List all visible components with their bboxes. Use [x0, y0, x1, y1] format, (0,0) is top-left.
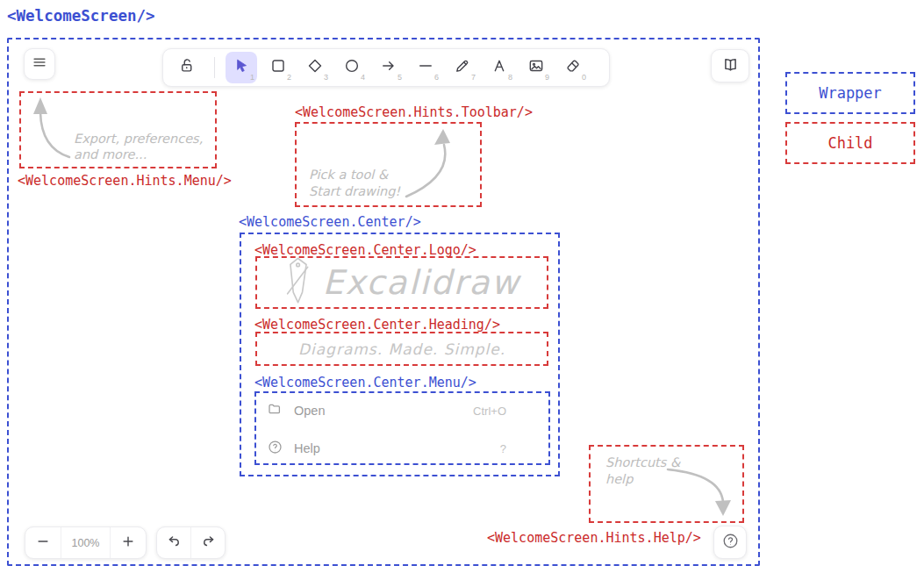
center-heading-label: <WelcomeScreen.Center.Heading/> [254, 317, 500, 333]
minus-icon [35, 533, 51, 553]
tool-shortcut-number: 6 [434, 74, 439, 82]
tool-shortcut-number: 8 [508, 74, 512, 82]
library-button[interactable] [711, 49, 749, 82]
tool-text[interactable]: 8 [483, 52, 515, 83]
center-heading: Diagrams. Made. Simple. [255, 332, 548, 366]
menu-item-help[interactable]: Help ? [267, 437, 548, 460]
hints-toolbar-label: <WelcomeScreen.Hints.Toolbar/> [295, 104, 533, 120]
center-logo: Excalidraw [255, 256, 548, 309]
legend-wrapper-label: Wrapper [819, 84, 882, 102]
redo-button[interactable] [190, 527, 225, 558]
menu-item-label: Help [294, 441, 320, 455]
tool-line[interactable]: 6 [410, 52, 441, 83]
text-icon [491, 57, 508, 78]
tool-eraser[interactable]: 0 [557, 52, 589, 83]
welcome-screen-label: <WelcomeScreen/> [7, 7, 155, 25]
plus-icon [120, 533, 136, 553]
zoom-level[interactable]: 100% [61, 527, 111, 558]
tool-shortcut-number: 1 [250, 74, 254, 82]
eraser-icon [564, 57, 582, 78]
tool-shortcut-number: 0 [582, 74, 586, 82]
help-hint-text: Shortcuts & help [605, 455, 680, 488]
ellipse-icon [343, 57, 361, 78]
undo-icon [166, 533, 183, 553]
legend-child-label: Child [827, 134, 872, 152]
selection-cursor-icon [233, 57, 250, 78]
arrow-icon [380, 57, 398, 78]
menu-hint-text: Export, preferences, and more... [74, 131, 203, 162]
menu-item-shortcut: ? [500, 442, 548, 455]
line-icon [417, 57, 434, 78]
toolbar: 1 2 3 4 5 [162, 48, 610, 87]
rectangle-icon [269, 57, 287, 78]
tool-shortcut-number: 2 [287, 74, 291, 82]
menu-item-label: Open [294, 404, 325, 418]
legend-child-box: Child [785, 122, 915, 164]
undo-redo-controls [156, 526, 226, 559]
hamburger-icon [31, 54, 48, 75]
excalidraw-logo-icon [283, 256, 313, 309]
toolbar-hint-text: Pick a tool & Start drawing! [309, 167, 400, 200]
hints-menu-label: <WelcomeScreen.Hints.Menu/> [18, 173, 232, 189]
folder-icon [267, 401, 283, 421]
pencil-icon [454, 57, 471, 78]
tool-arrow[interactable]: 5 [373, 52, 405, 83]
unlock-icon [179, 57, 197, 78]
diamond-icon [306, 57, 324, 78]
legend-wrapper-box: Wrapper [785, 72, 915, 114]
book-icon [721, 55, 740, 77]
lock-tool-button[interactable] [172, 52, 204, 83]
undo-button[interactable] [157, 527, 190, 558]
help-button[interactable] [713, 526, 747, 559]
tool-shortcut-number: 4 [361, 74, 365, 82]
main-menu-button[interactable] [24, 48, 55, 80]
center-menu-label: <WelcomeScreen.Center.Menu/> [254, 375, 476, 390]
excalidraw-logo-text: Excalidraw [322, 263, 519, 302]
center-label: <WelcomeScreen.Center/> [239, 214, 421, 230]
tool-rectangle[interactable]: 2 [262, 52, 294, 83]
center-menu: Open Ctrl+O Help ? [254, 391, 550, 465]
zoom-in-button[interactable] [111, 527, 146, 558]
question-circle-icon [721, 532, 740, 554]
menu-item-open[interactable]: Open Ctrl+O [267, 399, 548, 422]
tool-ellipse[interactable]: 4 [336, 52, 368, 83]
tool-shortcut-number: 7 [471, 74, 476, 82]
heading-text: Diagrams. Made. Simple. [298, 340, 505, 358]
menu-item-shortcut: Ctrl+O [473, 405, 548, 418]
toolbar-divider [214, 57, 215, 78]
tool-selection[interactable]: 1 [226, 52, 257, 83]
zoom-out-button[interactable] [25, 527, 61, 558]
help-circle-icon [267, 439, 283, 459]
tool-image[interactable]: 9 [520, 52, 552, 83]
hints-help-label: <WelcomeScreen.Hints.Help/> [487, 530, 701, 546]
image-icon [527, 57, 545, 78]
welcome-screen-doc-page: <WelcomeScreen/> [0, 0, 924, 580]
redo-icon [200, 533, 217, 553]
zoom-controls: 100% [25, 526, 147, 559]
tool-draw[interactable]: 7 [447, 52, 478, 83]
tool-diamond[interactable]: 3 [299, 52, 331, 83]
tool-shortcut-number: 5 [398, 74, 402, 82]
tool-shortcut-number: 9 [545, 74, 549, 82]
tool-shortcut-number: 3 [324, 74, 328, 82]
